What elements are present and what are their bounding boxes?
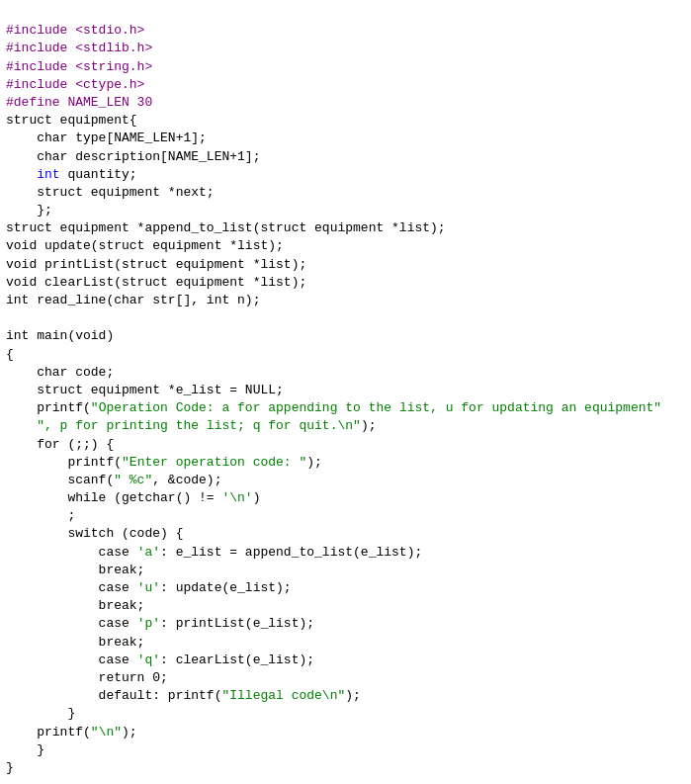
code-token	[6, 167, 37, 182]
code-token: char code;	[6, 365, 114, 380]
code-line: int quantity;	[6, 166, 685, 184]
code-token: " %c"	[114, 473, 152, 487]
code-token: for (;;) {	[6, 437, 114, 452]
code-line: struct equipment{	[6, 112, 685, 130]
code-token: , &code);	[152, 473, 221, 487]
code-line: ;	[6, 507, 685, 525]
code-token: int main(void)	[6, 328, 114, 343]
code-line: }	[6, 741, 685, 759]
code-token: ", p for printing the list; q for quit.\…	[37, 418, 361, 433]
code-token: char description[NAME_LEN+1];	[6, 149, 260, 164]
code-line: break;	[6, 597, 685, 615]
code-editor: #include <stdio.h>#include <stdlib.h>#in…	[0, 0, 691, 784]
code-token: '\n'	[221, 490, 252, 505]
code-token: default: printf(	[6, 688, 221, 703]
code-token: printf(	[6, 725, 91, 740]
code-token: struct equipment *append_to_list(struct …	[6, 220, 446, 235]
code-line: char description[NAME_LEN+1];	[6, 148, 685, 166]
code-token: break;	[6, 635, 144, 650]
code-line: printf("\n");	[6, 724, 685, 741]
code-token: struct equipment{	[6, 113, 137, 128]
code-token: case	[6, 616, 137, 631]
code-line: struct equipment *e_list = NULL;	[6, 382, 685, 399]
code-token: void clearList(struct equipment *list);	[6, 275, 306, 290]
code-token: char type[NAME_LEN+1];	[6, 131, 207, 145]
code-line: #define NAME_LEN 30	[6, 94, 685, 112]
code-line: #include <string.h>	[6, 58, 685, 76]
code-line	[6, 777, 685, 784]
code-line: char code;	[6, 364, 685, 382]
code-line: scanf(" %c", &code);	[6, 472, 685, 489]
code-token: int	[37, 167, 59, 182]
code-token: };	[6, 203, 52, 218]
code-line: case 'q': clearList(e_list);	[6, 652, 685, 669]
code-line: case 'u': update(e_list);	[6, 579, 685, 597]
code-token: 'q'	[137, 653, 160, 667]
code-token: : clearList(e_list);	[160, 653, 314, 667]
code-token: case	[6, 545, 137, 560]
code-token: 'u'	[137, 580, 160, 595]
code-line: while (getchar() != '\n')	[6, 489, 685, 507]
code-line: #include <ctype.h>	[6, 76, 685, 94]
code-token: )	[253, 490, 261, 505]
code-token: #include <stdlib.h>	[6, 41, 152, 55]
code-line: int read_line(char str[], int n);	[6, 292, 685, 309]
code-token: case	[6, 580, 137, 595]
code-line: break;	[6, 562, 685, 579]
code-token: "Operation Code: a for appending to the …	[91, 400, 661, 415]
code-line: default: printf("Illegal code\n");	[6, 687, 685, 705]
code-line: #include <stdlib.h>	[6, 40, 685, 57]
code-line: }	[6, 705, 685, 723]
code-token: int read_line(char str[], int n);	[6, 293, 260, 307]
code-token: 'a'	[137, 545, 160, 560]
code-token: : printList(e_list);	[160, 616, 314, 631]
code-line: case 'p': printList(e_list);	[6, 615, 685, 633]
code-line: return 0;	[6, 669, 685, 687]
code-token: scanf(	[6, 473, 114, 487]
code-line: switch (code) {	[6, 525, 685, 543]
code-token: : e_list = append_to_list(e_list);	[160, 545, 422, 560]
code-token: {	[6, 347, 14, 362]
code-token: void update(struct equipment *list);	[6, 238, 284, 253]
code-token: #define NAME_LEN 30	[6, 95, 152, 110]
code-line: printf("Enter operation code: ");	[6, 454, 685, 472]
code-line: case 'a': e_list = append_to_list(e_list…	[6, 544, 685, 562]
code-token: break;	[6, 598, 144, 613]
code-token: );	[345, 688, 361, 703]
code-line: printf("Operation Code: a for appending …	[6, 399, 685, 417]
code-line: char type[NAME_LEN+1];	[6, 130, 685, 147]
code-token: printf(	[6, 400, 91, 415]
code-line: struct equipment *append_to_list(struct …	[6, 219, 685, 237]
code-token: return 0;	[6, 670, 168, 685]
code-token: }	[6, 760, 14, 775]
code-token: "\n"	[91, 725, 122, 740]
code-line	[6, 309, 685, 327]
code-line: };	[6, 202, 685, 219]
code-token: 'p'	[137, 616, 160, 631]
code-token: while (getchar() !=	[6, 490, 221, 505]
code-line: struct equipment *next;	[6, 184, 685, 202]
code-line: void update(struct equipment *list);	[6, 237, 685, 255]
code-token: void printList(struct equipment *list);	[6, 257, 306, 272]
code-token: }	[6, 706, 75, 721]
code-token: #include <string.h>	[6, 59, 152, 74]
code-token: "Illegal code\n"	[221, 688, 345, 703]
code-token: switch (code) {	[6, 526, 183, 541]
code-token: quantity;	[60, 167, 137, 182]
code-line: }	[6, 759, 685, 777]
code-token: );	[306, 455, 322, 470]
code-token: );	[122, 725, 137, 740]
code-line: void clearList(struct equipment *list);	[6, 274, 685, 292]
code-token: #include <ctype.h>	[6, 77, 144, 92]
code-token: struct equipment *e_list = NULL;	[6, 383, 284, 397]
code-token: ;	[6, 508, 75, 523]
code-line: void printList(struct equipment *list);	[6, 256, 685, 274]
code-line: break;	[6, 634, 685, 652]
code-token: printf(	[6, 455, 122, 470]
code-line: {	[6, 346, 685, 364]
code-line: int main(void)	[6, 327, 685, 345]
code-line: ", p for printing the list; q for quit.\…	[6, 417, 685, 435]
code-token: );	[361, 418, 377, 433]
code-token: #include <stdio.h>	[6, 23, 144, 38]
code-token: "Enter operation code: "	[122, 455, 306, 470]
